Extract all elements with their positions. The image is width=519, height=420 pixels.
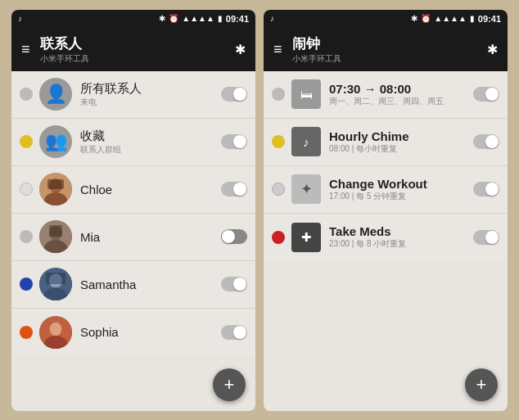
time-right: 09:41 bbox=[478, 14, 501, 24]
bt-status-right: ✱ bbox=[411, 14, 417, 23]
toggle-knob bbox=[485, 135, 499, 148]
toggle-switch[interactable] bbox=[221, 325, 247, 340]
toggle-knob bbox=[233, 88, 246, 101]
svg-rect-7 bbox=[49, 225, 62, 237]
alarm-name: Take Meds bbox=[329, 224, 468, 238]
toggle-knob bbox=[233, 278, 246, 291]
item-dot bbox=[272, 183, 285, 196]
alarm-icon-box: 🛏 bbox=[291, 79, 321, 109]
alarm-icon-box: ♪ bbox=[291, 127, 321, 156]
avatar bbox=[39, 220, 72, 253]
status-right-icons: ✱ ⏰ ▲▲▲▲ ▮ 09:41 bbox=[159, 14, 249, 24]
status-right-icons-right: ✱ ⏰ ▲▲▲▲ ▮ 09:41 bbox=[411, 14, 501, 24]
toggle-switch[interactable] bbox=[473, 230, 499, 245]
toggle-knob bbox=[485, 88, 499, 101]
toggle-switch[interactable] bbox=[473, 182, 499, 196]
music-icon-left: ♪ bbox=[18, 14, 22, 23]
toggle-switch[interactable] bbox=[473, 134, 499, 149]
avatar bbox=[39, 268, 72, 300]
item-dot bbox=[20, 183, 33, 196]
meds-icon: ✚ bbox=[301, 230, 312, 245]
toggle-switch[interactable] bbox=[221, 182, 247, 196]
music-icon-right: ♪ bbox=[270, 14, 274, 23]
header-right: ≡ 闹钟 小米手环工具 ✱ bbox=[264, 28, 508, 71]
toggle-switch[interactable] bbox=[221, 277, 247, 291]
fab-button-right[interactable]: + bbox=[465, 368, 498, 401]
avatar bbox=[39, 316, 72, 349]
header-right-group: ≡ 闹钟 小米手环工具 bbox=[273, 34, 341, 65]
item-sub: 来电 bbox=[80, 97, 216, 108]
alarm-icon-box: ✚ bbox=[291, 223, 321, 252]
item-dot bbox=[20, 88, 33, 101]
status-left-icons-right: ♪ bbox=[270, 14, 274, 23]
header-left-group: ≡ 联系人 小米手环工具 bbox=[21, 34, 89, 65]
svg-rect-3 bbox=[47, 179, 64, 189]
list-item[interactable]: ✚ Take Meds 23:00 | 每 8 小时重复 bbox=[264, 214, 508, 261]
alarm-time: 07:30 → 08:00 bbox=[329, 82, 468, 96]
header-title-group-left: 联系人 小米手环工具 bbox=[40, 34, 89, 65]
toggle-switch[interactable] bbox=[221, 229, 247, 244]
alarm-name: Hourly Chime bbox=[329, 129, 468, 143]
item-dot bbox=[272, 231, 285, 244]
bluetooth-header-right[interactable]: ✱ bbox=[487, 42, 498, 57]
signal-left: ▲▲▲▲ bbox=[182, 14, 214, 23]
list-item[interactable]: Samantha bbox=[11, 261, 255, 309]
avatar: 👥 bbox=[39, 125, 72, 158]
item-dot bbox=[20, 278, 33, 291]
item-dot bbox=[272, 88, 285, 101]
svg-rect-11 bbox=[46, 273, 65, 284]
signal-right: ▲▲▲▲ bbox=[434, 14, 467, 23]
item-text: Sophia bbox=[80, 325, 216, 339]
content-left: 👤 所有联系人 来电 👥 bbox=[11, 71, 255, 411]
fab-button-left[interactable]: + bbox=[213, 368, 246, 401]
battery-left: ▮ bbox=[218, 14, 223, 23]
bluetooth-header-left[interactable]: ✱ bbox=[235, 42, 246, 57]
menu-icon-left[interactable]: ≡ bbox=[21, 41, 30, 58]
left-phone: ♪ ✱ ⏰ ▲▲▲▲ ▮ 09:41 ≡ 联系人 小米手环工具 ✱ bbox=[11, 10, 255, 411]
item-sub: 联系人群组 bbox=[80, 144, 216, 156]
list-item[interactable]: Sophia bbox=[11, 309, 255, 356]
item-dot bbox=[272, 135, 285, 148]
list-item[interactable]: Mia bbox=[11, 214, 255, 261]
music-note-icon: ♪ bbox=[303, 135, 309, 149]
item-text: 07:30 → 08:00 周一、周二、周三、周四、周五 bbox=[329, 82, 468, 107]
item-dot bbox=[20, 230, 33, 243]
header-left: ≡ 联系人 小米手环工具 ✱ bbox=[11, 28, 255, 71]
list-item[interactable]: 👥 收藏 联系人群组 bbox=[11, 119, 255, 166]
item-text: 所有联系人 来电 bbox=[80, 81, 216, 108]
bt-status-left: ✱ bbox=[159, 14, 165, 23]
alarm-repeat: 17:00 | 每 5 分钟重复 bbox=[329, 191, 468, 202]
item-name: Chloe bbox=[80, 183, 216, 196]
item-text: 收藏 联系人群组 bbox=[80, 129, 216, 156]
item-dot bbox=[20, 135, 33, 148]
contacts-list: 👤 所有联系人 来电 👥 bbox=[11, 71, 255, 356]
alarm-days: 周一、周二、周三、周四、周五 bbox=[329, 96, 468, 107]
alarms-list: 🛏 07:30 → 08:00 周一、周二、周三、周四、周五 ♪ bbox=[264, 71, 508, 261]
list-item[interactable]: Chloe bbox=[11, 166, 255, 214]
item-text: Chloe bbox=[80, 183, 216, 196]
group-icon: 👥 bbox=[45, 131, 67, 152]
toggle-switch[interactable] bbox=[221, 134, 247, 149]
menu-icon-right[interactable]: ≡ bbox=[273, 41, 282, 58]
item-name: Mia bbox=[80, 230, 216, 244]
header-title-group-right: 闹钟 小米手环工具 bbox=[292, 34, 341, 65]
bed-icon: 🛏 bbox=[300, 88, 313, 102]
toggle-knob bbox=[485, 231, 499, 244]
item-text: Samantha bbox=[80, 278, 216, 291]
list-item[interactable]: 👤 所有联系人 来电 bbox=[11, 71, 255, 119]
alarm-repeat: 23:00 | 每 8 小时重复 bbox=[329, 238, 468, 250]
list-item[interactable]: 🛏 07:30 → 08:00 周一、周二、周三、周四、周五 bbox=[264, 71, 508, 119]
toggle-knob bbox=[233, 326, 246, 339]
alarm-name: Change Workout bbox=[329, 177, 468, 191]
list-item[interactable]: ✦ Change Workout 17:00 | 每 5 分钟重复 bbox=[264, 166, 508, 214]
item-name: 收藏 bbox=[80, 129, 216, 144]
alarm-icon-box: ✦ bbox=[291, 174, 321, 204]
toggle-knob bbox=[222, 230, 235, 243]
contacts-icon: 👤 bbox=[45, 84, 67, 105]
item-text: Change Workout 17:00 | 每 5 分钟重复 bbox=[329, 177, 468, 202]
toggle-switch[interactable] bbox=[473, 87, 499, 102]
page-title-left: 联系人 bbox=[40, 34, 89, 53]
list-item[interactable]: ♪ Hourly Chime 08:00 | 每小时重复 bbox=[264, 119, 508, 166]
toggle-switch[interactable] bbox=[221, 87, 247, 102]
status-bar-left: ♪ ✱ ⏰ ▲▲▲▲ ▮ 09:41 bbox=[11, 10, 255, 28]
